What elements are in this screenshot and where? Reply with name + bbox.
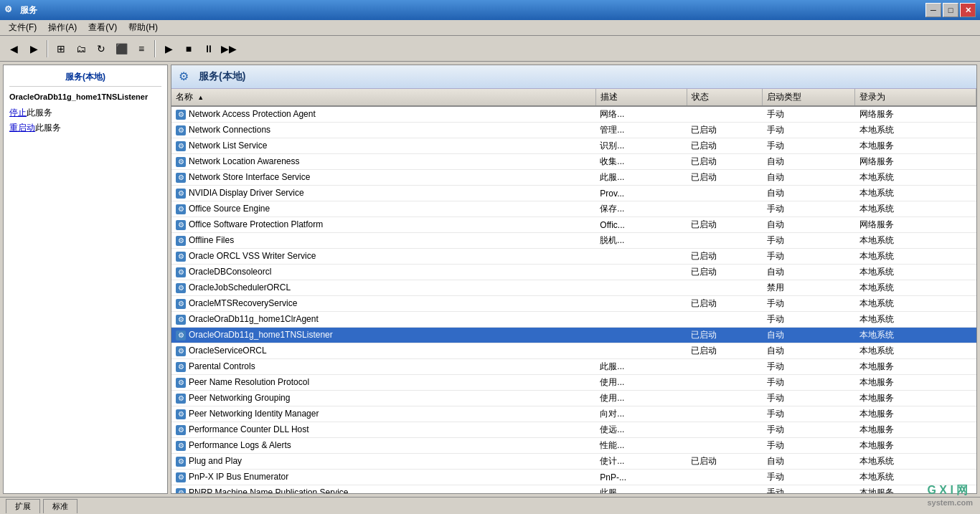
- service-desc-cell: [595, 343, 687, 359]
- service-status-cell: 已启动: [687, 217, 763, 233]
- resume-button[interactable]: ▶▶: [220, 39, 238, 58]
- service-icon: ⚙: [176, 330, 186, 341]
- col-header-status[interactable]: 状态: [687, 89, 763, 106]
- table-row[interactable]: ⚙Network List Service识别...已启动手动本地服务: [171, 138, 976, 154]
- table-row[interactable]: ⚙OracleOraDb11g_home1TNSListener已启动自动本地系…: [171, 328, 976, 343]
- table-row[interactable]: ⚙Peer Name Resolution Protocol使用...手动本地服…: [171, 375, 976, 391]
- col-header-desc[interactable]: 描述: [595, 89, 687, 106]
- show-hide-button[interactable]: ⊞: [52, 39, 70, 58]
- table-row[interactable]: ⚙NVIDIA Display Driver ServiceProv...自动本…: [171, 186, 976, 201]
- back-button[interactable]: ◀: [4, 39, 23, 58]
- service-startup-cell: 自动: [763, 265, 855, 280]
- service-startup-cell: 手动: [763, 359, 855, 375]
- service-icon: ⚙: [176, 409, 186, 419]
- table-row[interactable]: ⚙OracleServiceORCL已启动自动本地系统: [171, 343, 976, 359]
- properties-button[interactable]: ≡: [132, 39, 151, 58]
- service-icon: ⚙: [176, 315, 186, 325]
- close-button[interactable]: ✕: [960, 3, 976, 17]
- maximize-button[interactable]: □: [943, 3, 958, 17]
- service-status-cell: 已启动: [687, 249, 763, 265]
- menu-view[interactable]: 查看(V): [83, 20, 123, 35]
- stop-button[interactable]: ■: [179, 39, 198, 58]
- stop-link[interactable]: 停止: [9, 108, 27, 118]
- service-icon: ⚙: [176, 346, 186, 356]
- minimize-button[interactable]: ─: [925, 3, 941, 17]
- forward-button[interactable]: ▶: [24, 39, 43, 58]
- service-login-cell: 本地服务: [855, 359, 976, 375]
- table-row[interactable]: ⚙Peer Networking Grouping使用...手动本地服务: [171, 391, 976, 406]
- menu-action[interactable]: 操作(A): [42, 20, 83, 35]
- services-table-container[interactable]: 名称 ▲ 描述 状态 启动类型 登录为 ⚙Network Access Prot…: [171, 89, 976, 493]
- service-name-cell: ⚙Plug and Play: [171, 454, 595, 470]
- tab-standard[interactable]: 标准: [43, 499, 77, 513]
- table-row[interactable]: ⚙Network Access Protection Agent网络...手动网…: [171, 106, 976, 123]
- table-row[interactable]: ⚙Oracle ORCL VSS Writer Service已启动手动本地系统: [171, 249, 976, 265]
- service-name-cell: ⚙Performance Counter DLL Host: [171, 422, 595, 438]
- table-row[interactable]: ⚙Performance Counter DLL Host使远...手动本地服务: [171, 422, 976, 438]
- service-name-cell: ⚙Office Software Protection Platform: [171, 217, 595, 233]
- service-startup-cell: 手动: [763, 391, 855, 406]
- service-login-cell: 本地系统: [855, 296, 976, 312]
- col-header-startup[interactable]: 启动类型: [763, 89, 855, 106]
- service-startup-cell: 手动: [763, 233, 855, 249]
- table-row[interactable]: ⚙Office Source Engine保存...手动本地系统: [171, 201, 976, 217]
- service-startup-cell: 手动: [763, 123, 855, 138]
- service-startup-cell: 禁用: [763, 280, 855, 296]
- service-status-cell: 已启动: [687, 343, 763, 359]
- refresh-button[interactable]: ↻: [92, 39, 110, 58]
- table-row[interactable]: ⚙Performance Logs & Alerts性能...手动本地服务: [171, 438, 976, 454]
- export-button[interactable]: ⬛: [112, 39, 131, 58]
- service-desc-cell: 向对...: [595, 406, 687, 422]
- menu-file[interactable]: 文件(F): [3, 20, 42, 35]
- menu-help[interactable]: 帮助(H): [123, 20, 164, 35]
- table-row[interactable]: ⚙Network Location Awareness收集...已启动自动网络服…: [171, 154, 976, 170]
- table-row[interactable]: ⚙Parental Controls此服...手动本地服务: [171, 359, 976, 375]
- service-startup-cell: 手动: [763, 406, 855, 422]
- service-icon: ⚙: [176, 299, 186, 309]
- table-row[interactable]: ⚙OracleDBConsoleorcl已启动自动本地系统: [171, 265, 976, 280]
- start-button[interactable]: ▶: [159, 39, 178, 58]
- service-startup-cell: 手动: [763, 422, 855, 438]
- service-startup-cell: 手动: [763, 249, 855, 265]
- table-row[interactable]: ⚙OracleOraDb11g_home1ClrAgent手动本地系统: [171, 312, 976, 328]
- service-login-cell: 本地系统: [855, 170, 976, 186]
- stop-service-action[interactable]: 停止此服务: [9, 107, 161, 119]
- table-row[interactable]: ⚙Network Store Interface Service此服...已启动…: [171, 170, 976, 186]
- service-login-cell: 本地服务: [855, 438, 976, 454]
- left-panel: 服务(本地) OracleOraDb11g_home1TNSListener 停…: [3, 65, 168, 494]
- table-row[interactable]: ⚙OracleMTSRecoveryService已启动手动本地系统: [171, 296, 976, 312]
- table-row[interactable]: ⚙Offline Files脱机...手动本地系统: [171, 233, 976, 249]
- col-header-login[interactable]: 登录为: [855, 89, 976, 106]
- tree-button[interactable]: 🗂: [72, 39, 90, 58]
- service-icon: ⚙: [176, 362, 186, 372]
- table-row[interactable]: ⚙Plug and Play使计...已启动自动本地系统: [171, 454, 976, 470]
- toolbar: ◀ ▶ ⊞ 🗂 ↻ ⬛ ≡ ▶ ■ ⏸ ▶▶: [0, 36, 980, 62]
- table-row[interactable]: ⚙Office Software Protection PlatformOffi…: [171, 217, 976, 233]
- watermark-subtext: system.com: [927, 498, 973, 507]
- service-status-cell: 已启动: [687, 296, 763, 312]
- col-header-name[interactable]: 名称 ▲: [171, 89, 595, 106]
- table-row[interactable]: ⚙Peer Networking Identity Manager向对...手动…: [171, 406, 976, 422]
- table-row[interactable]: ⚙PNRP Machine Name Publication Service此服…: [171, 485, 976, 494]
- table-row[interactable]: ⚙PnP-X IP Bus EnumeratorPnP-...手动本地系统: [171, 470, 976, 485]
- table-row[interactable]: ⚙Network Connections管理...已启动手动本地系统: [171, 123, 976, 138]
- pause-button[interactable]: ⏸: [199, 39, 218, 58]
- service-startup-cell: 手动: [763, 138, 855, 154]
- service-login-cell: 本地系统: [855, 280, 976, 296]
- watermark-text: G X I 网: [927, 483, 973, 498]
- restart-service-action[interactable]: 重启动此服务: [9, 122, 161, 134]
- restart-link[interactable]: 重启动: [9, 123, 35, 133]
- service-startup-cell: 自动: [763, 186, 855, 201]
- tab-expand[interactable]: 扩展: [6, 499, 40, 513]
- service-name-cell: ⚙OracleDBConsoleorcl: [171, 265, 595, 280]
- service-name-cell: ⚙Network List Service: [171, 138, 595, 154]
- service-name-cell: ⚙OracleOraDb11g_home1TNSListener: [171, 328, 595, 343]
- window-title: 服务: [20, 4, 925, 16]
- service-icon: ⚙: [176, 425, 186, 435]
- service-icon: ⚙: [176, 267, 186, 277]
- service-icon: ⚙: [176, 236, 186, 246]
- service-startup-cell: 自动: [763, 154, 855, 170]
- main-layout: 服务(本地) OracleOraDb11g_home1TNSListener 停…: [0, 62, 980, 497]
- service-status-cell: [687, 470, 763, 485]
- table-row[interactable]: ⚙OracleJobSchedulerORCL禁用本地系统: [171, 280, 976, 296]
